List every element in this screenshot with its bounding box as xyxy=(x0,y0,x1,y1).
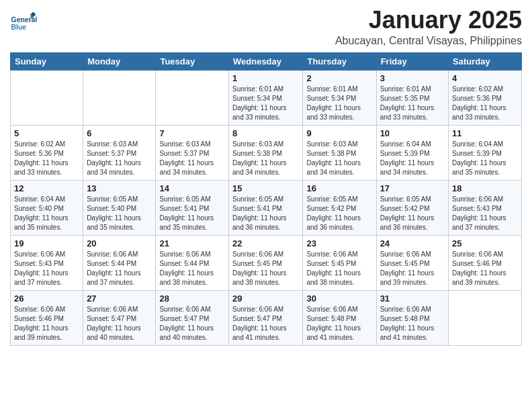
svg-text:Blue: Blue xyxy=(11,24,27,31)
day-number: 9 xyxy=(306,128,372,138)
day-number: 11 xyxy=(452,128,518,138)
day-number: 25 xyxy=(452,238,518,248)
day-number: 5 xyxy=(14,128,79,138)
day-cell: 10Sunrise: 6:04 AMSunset: 5:39 PMDayligh… xyxy=(376,125,448,180)
day-cell: 29Sunrise: 6:06 AMSunset: 5:47 PMDayligh… xyxy=(229,290,303,345)
day-info: Sunrise: 6:06 AMSunset: 5:43 PMDaylight:… xyxy=(452,195,518,232)
day-info: Sunrise: 6:06 AMSunset: 5:48 PMDaylight:… xyxy=(306,305,372,342)
day-number: 13 xyxy=(87,183,152,193)
day-info: Sunrise: 6:06 AMSunset: 5:45 PMDaylight:… xyxy=(306,250,372,287)
logo-icon: General Blue xyxy=(10,10,37,37)
day-number: 14 xyxy=(159,183,225,193)
day-cell: 2Sunrise: 6:01 AMSunset: 5:34 PMDaylight… xyxy=(303,70,376,125)
day-number: 4 xyxy=(452,73,518,83)
day-info: Sunrise: 6:03 AMSunset: 5:37 PMDaylight:… xyxy=(159,140,225,177)
day-info: Sunrise: 6:06 AMSunset: 5:48 PMDaylight:… xyxy=(380,305,445,342)
weekday-header-monday: Monday xyxy=(83,52,156,70)
day-number: 3 xyxy=(380,73,445,83)
day-number: 26 xyxy=(14,293,79,304)
day-info: Sunrise: 6:04 AMSunset: 5:39 PMDaylight:… xyxy=(452,140,518,177)
day-info: Sunrise: 6:06 AMSunset: 5:43 PMDaylight:… xyxy=(14,250,79,287)
day-info: Sunrise: 6:01 AMSunset: 5:34 PMDaylight:… xyxy=(232,85,299,122)
day-cell: 21Sunrise: 6:06 AMSunset: 5:44 PMDayligh… xyxy=(156,235,229,290)
day-info: Sunrise: 6:06 AMSunset: 5:44 PMDaylight:… xyxy=(159,250,225,287)
week-row-2: 5Sunrise: 6:02 AMSunset: 5:36 PMDaylight… xyxy=(11,125,522,180)
day-cell xyxy=(11,70,83,125)
day-cell: 9Sunrise: 6:03 AMSunset: 5:38 PMDaylight… xyxy=(303,125,376,180)
day-number: 2 xyxy=(306,73,372,83)
day-cell: 12Sunrise: 6:04 AMSunset: 5:40 PMDayligh… xyxy=(11,180,83,235)
week-row-4: 19Sunrise: 6:06 AMSunset: 5:43 PMDayligh… xyxy=(11,235,522,290)
weekday-header-thursday: Thursday xyxy=(303,52,376,70)
day-cell: 16Sunrise: 6:05 AMSunset: 5:42 PMDayligh… xyxy=(303,180,376,235)
day-number: 30 xyxy=(306,293,372,304)
day-info: Sunrise: 6:05 AMSunset: 5:42 PMDaylight:… xyxy=(306,195,372,232)
day-info: Sunrise: 6:06 AMSunset: 5:47 PMDaylight:… xyxy=(87,305,152,342)
weekday-header-tuesday: Tuesday xyxy=(156,52,229,70)
day-cell xyxy=(83,70,156,125)
day-number: 21 xyxy=(159,238,225,248)
day-info: Sunrise: 6:03 AMSunset: 5:37 PMDaylight:… xyxy=(87,140,152,177)
day-info: Sunrise: 6:06 AMSunset: 5:46 PMDaylight:… xyxy=(14,305,79,342)
day-number: 7 xyxy=(159,128,225,138)
day-info: Sunrise: 6:02 AMSunset: 5:36 PMDaylight:… xyxy=(14,140,79,177)
day-cell: 25Sunrise: 6:06 AMSunset: 5:46 PMDayligh… xyxy=(449,235,522,290)
day-number: 27 xyxy=(87,293,152,304)
day-info: Sunrise: 6:02 AMSunset: 5:36 PMDaylight:… xyxy=(452,85,518,122)
location-title: Abucayan, Central Visayas, Philippines xyxy=(335,35,522,47)
day-cell: 18Sunrise: 6:06 AMSunset: 5:43 PMDayligh… xyxy=(449,180,522,235)
day-cell: 8Sunrise: 6:03 AMSunset: 5:38 PMDaylight… xyxy=(229,125,303,180)
day-cell: 14Sunrise: 6:05 AMSunset: 5:41 PMDayligh… xyxy=(156,180,229,235)
day-cell: 31Sunrise: 6:06 AMSunset: 5:48 PMDayligh… xyxy=(376,290,448,345)
day-info: Sunrise: 6:06 AMSunset: 5:45 PMDaylight:… xyxy=(232,250,299,287)
day-info: Sunrise: 6:03 AMSunset: 5:38 PMDaylight:… xyxy=(232,140,299,177)
calendar-table: SundayMondayTuesdayWednesdayThursdayFrid… xyxy=(10,52,522,346)
day-info: Sunrise: 6:05 AMSunset: 5:42 PMDaylight:… xyxy=(380,195,445,232)
day-cell: 20Sunrise: 6:06 AMSunset: 5:44 PMDayligh… xyxy=(83,235,156,290)
page-header: General Blue January 2025 Abucayan, Cent… xyxy=(10,7,522,47)
week-row-5: 26Sunrise: 6:06 AMSunset: 5:46 PMDayligh… xyxy=(11,290,522,345)
day-cell: 17Sunrise: 6:05 AMSunset: 5:42 PMDayligh… xyxy=(376,180,448,235)
day-info: Sunrise: 6:04 AMSunset: 5:40 PMDaylight:… xyxy=(14,195,79,232)
day-info: Sunrise: 6:05 AMSunset: 5:41 PMDaylight:… xyxy=(232,195,299,232)
day-cell: 22Sunrise: 6:06 AMSunset: 5:45 PMDayligh… xyxy=(229,235,303,290)
month-title: January 2025 xyxy=(335,7,522,34)
weekday-header-friday: Friday xyxy=(376,52,448,70)
day-info: Sunrise: 6:05 AMSunset: 5:40 PMDaylight:… xyxy=(87,195,152,232)
day-number: 1 xyxy=(232,73,299,83)
day-cell: 23Sunrise: 6:06 AMSunset: 5:45 PMDayligh… xyxy=(303,235,376,290)
day-cell: 13Sunrise: 6:05 AMSunset: 5:40 PMDayligh… xyxy=(83,180,156,235)
day-cell: 30Sunrise: 6:06 AMSunset: 5:48 PMDayligh… xyxy=(303,290,376,345)
week-row-1: 1Sunrise: 6:01 AMSunset: 5:34 PMDaylight… xyxy=(11,70,522,125)
day-number: 29 xyxy=(232,293,299,304)
day-number: 28 xyxy=(159,293,225,304)
day-cell: 1Sunrise: 6:01 AMSunset: 5:34 PMDaylight… xyxy=(229,70,303,125)
day-cell: 4Sunrise: 6:02 AMSunset: 5:36 PMDaylight… xyxy=(449,70,522,125)
day-info: Sunrise: 6:01 AMSunset: 5:35 PMDaylight:… xyxy=(380,85,445,122)
weekday-header-saturday: Saturday xyxy=(449,52,522,70)
day-number: 23 xyxy=(306,238,372,248)
day-number: 6 xyxy=(87,128,152,138)
day-cell: 27Sunrise: 6:06 AMSunset: 5:47 PMDayligh… xyxy=(83,290,156,345)
title-area: January 2025 Abucayan, Central Visayas, … xyxy=(335,7,522,47)
day-cell: 7Sunrise: 6:03 AMSunset: 5:37 PMDaylight… xyxy=(156,125,229,180)
day-number: 16 xyxy=(306,183,372,193)
day-cell xyxy=(449,290,522,345)
day-number: 22 xyxy=(232,238,299,248)
day-info: Sunrise: 6:06 AMSunset: 5:45 PMDaylight:… xyxy=(380,250,445,287)
day-cell: 11Sunrise: 6:04 AMSunset: 5:39 PMDayligh… xyxy=(449,125,522,180)
day-number: 12 xyxy=(14,183,79,193)
day-info: Sunrise: 6:04 AMSunset: 5:39 PMDaylight:… xyxy=(380,140,445,177)
day-cell xyxy=(156,70,229,125)
day-number: 18 xyxy=(452,183,518,193)
day-cell: 6Sunrise: 6:03 AMSunset: 5:37 PMDaylight… xyxy=(83,125,156,180)
day-info: Sunrise: 6:06 AMSunset: 5:47 PMDaylight:… xyxy=(159,305,225,342)
day-number: 17 xyxy=(380,183,445,193)
day-info: Sunrise: 6:01 AMSunset: 5:34 PMDaylight:… xyxy=(306,85,372,122)
day-info: Sunrise: 6:06 AMSunset: 5:44 PMDaylight:… xyxy=(87,250,152,287)
day-number: 8 xyxy=(232,128,299,138)
day-number: 20 xyxy=(87,238,152,248)
day-cell: 26Sunrise: 6:06 AMSunset: 5:46 PMDayligh… xyxy=(11,290,83,345)
day-number: 24 xyxy=(380,238,445,248)
day-cell: 28Sunrise: 6:06 AMSunset: 5:47 PMDayligh… xyxy=(156,290,229,345)
